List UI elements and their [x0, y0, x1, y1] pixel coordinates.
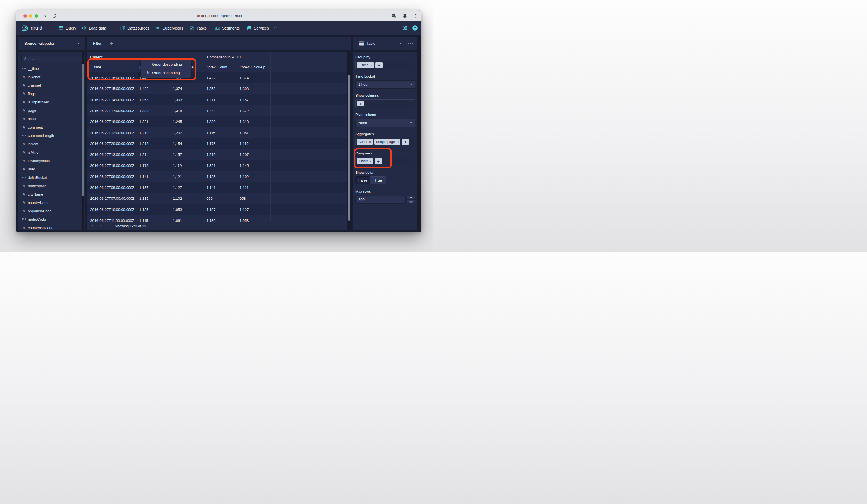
field-item-comment[interactable]: Acomment: [18, 123, 82, 131]
aggregates-tag-count[interactable]: Count×: [357, 139, 373, 145]
help-icon[interactable]: ?: [412, 25, 418, 31]
table-grid-line: [204, 52, 204, 222]
source-dropdown[interactable]: Source: wikipedia: [18, 37, 85, 50]
show-delta-false-button[interactable]: False: [355, 176, 371, 184]
remove-tag-icon[interactable]: ×: [397, 140, 399, 144]
cell-value: 1,137: [206, 204, 235, 215]
cell-value: 1,303: [240, 83, 269, 94]
add-filter-button[interactable]: +: [108, 40, 115, 47]
table-row[interactable]: 2016-06-27T14:00:00.000Z1,3531,3031,2111…: [87, 94, 347, 106]
table-row[interactable]: 2016-06-27T12:00:00.000Z1,2191,2071,1151…: [87, 127, 347, 139]
cell-value: 1,121: [240, 182, 269, 193]
table-row[interactable]: 2016-06-27T17:00:00.000Z1,3391,3181,4421…: [87, 105, 347, 117]
nav-item-query[interactable]: Query: [58, 21, 76, 35]
field-item-commentLength[interactable]: 123commentLength: [18, 131, 82, 140]
field-item-countryIsoCode[interactable]: AcountryIsoCode: [18, 224, 82, 230]
table-row[interactable]: 2016-06-27T08:00:00.000Z1,1411,1211,1351…: [87, 171, 347, 182]
stepper-down-button[interactable]: [407, 200, 415, 203]
aggregates-add-button[interactable]: +: [402, 139, 409, 145]
nav-more-button[interactable]: •••: [274, 21, 279, 35]
group-by-tag-__time[interactable]: __time×: [357, 62, 374, 68]
settings-gear-icon[interactable]: [403, 25, 408, 31]
show-columns-label: Show columns: [355, 93, 379, 97]
aggregates-tag-unique-page[interactable]: Unique page×: [374, 139, 400, 145]
field-item-label: isAnonymous: [28, 159, 50, 163]
field-item-metroCode[interactable]: 123metroCode: [18, 215, 82, 224]
table-row[interactable]: 2016-06-27T19:00:00.000Z1,1751,1191,3211…: [87, 160, 347, 171]
remove-tag-icon[interactable]: ×: [369, 140, 371, 144]
sidebar-scrollbar-thumb[interactable]: [82, 64, 84, 196]
cell-value: 1,372: [240, 105, 269, 116]
chevron-down-icon: [409, 199, 413, 203]
filter-label: Filter:: [93, 37, 103, 50]
nav-item-label: Query: [66, 26, 76, 31]
nav-item-segments[interactable]: Segments: [215, 21, 240, 35]
table-row[interactable]: 2016-06-27T11:00:00.000Z1,1151,0611,1351…: [87, 215, 347, 222]
menu-item-order-descending[interactable]: Order descending: [142, 60, 190, 68]
nav-item-label: Datasources: [127, 26, 149, 31]
max-rows-input[interactable]: [355, 195, 406, 204]
column-header-__time[interactable]: __time: [90, 62, 135, 72]
field-item-user[interactable]: Auser: [18, 165, 82, 173]
field-item-regionIsoCode[interactable]: AregionIsoCode: [18, 207, 82, 215]
field-item-deltaBucket[interactable]: 123deltaBucket: [18, 173, 82, 182]
compares-add-button[interactable]: +: [375, 158, 382, 164]
field-item-isNew[interactable]: AisNew: [18, 140, 82, 148]
column-header--prev-count[interactable]: #prev: Count: [206, 62, 235, 72]
cell-value: 1,157: [173, 149, 202, 160]
nav-item-datasources[interactable]: Datasources: [120, 21, 149, 35]
nav-item-load-data[interactable]: Load data: [82, 21, 106, 35]
extensions-puzzle-icon[interactable]: [403, 13, 407, 19]
field-item-__time[interactable]: __time: [18, 64, 82, 73]
table-row[interactable]: 2016-06-27T07:00:00.000Z1,1351,102969958: [87, 193, 347, 204]
druid-logo[interactable]: druid: [21, 21, 42, 35]
field-item-namespace[interactable]: Anamespace: [18, 182, 82, 190]
show-delta-true-button[interactable]: True: [371, 176, 386, 184]
nav-item-label: Supervisors: [162, 26, 183, 31]
table-row[interactable]: 2016-06-27T13:00:00.000Z1,2111,1571,2191…: [87, 149, 347, 160]
time-bucket-select[interactable]: 1 hour: [355, 81, 415, 88]
field-item-isUnpatrolled[interactable]: AisUnpatrolled: [18, 98, 82, 106]
field-item-isAnonymous[interactable]: AisAnonymous: [18, 157, 82, 165]
field-item-label: __time: [28, 66, 39, 71]
cell-value: 1,219: [139, 127, 169, 138]
table-row[interactable]: 2016-06-27T09:00:00.000Z1,1371,1271,1411…: [87, 182, 347, 193]
cell-value: 1,119: [240, 138, 269, 149]
search-input[interactable]: [21, 55, 83, 62]
remove-tag-icon[interactable]: ×: [370, 160, 372, 163]
show-columns-add-button[interactable]: +: [357, 101, 364, 106]
field-item-cityName[interactable]: AcityName: [18, 190, 82, 199]
column-header--prev-unique-p-[interactable]: #prev: Unique p...: [240, 62, 269, 72]
prev-page-button[interactable]: ‹: [88, 222, 96, 230]
field-item-isMinor[interactable]: AisMinor: [18, 148, 82, 157]
table-row[interactable]: 2016-06-27T16:00:00.000Z1,4421,3721,4221…: [87, 72, 347, 84]
compares-tag-1-hour[interactable]: 1 hour×: [357, 158, 373, 164]
string-type-icon: A: [22, 100, 26, 104]
nav-item-services[interactable]: Services: [247, 21, 269, 35]
table-scrollbar-thumb[interactable]: [348, 75, 350, 221]
nav-item-tasks[interactable]: Tasks: [190, 21, 207, 35]
next-page-button[interactable]: ›: [96, 222, 105, 230]
field-item-diffUrl[interactable]: AdiffUrl: [18, 115, 82, 123]
browser-menu-kebab-icon[interactable]: [413, 13, 418, 19]
cell-value: 1,422: [206, 72, 235, 83]
pivot-column-select[interactable]: None: [355, 119, 415, 127]
stepper-up-button[interactable]: [407, 195, 415, 200]
table-row[interactable]: 2016-06-27T18:00:00.000Z1,3211,2451,3391…: [87, 116, 347, 127]
menu-item-order-ascending[interactable]: Order ascending: [142, 68, 190, 77]
field-item-flags[interactable]: Aflags: [18, 89, 82, 98]
view-selector[interactable]: Table: [353, 37, 417, 50]
remove-tag-icon[interactable]: ×: [370, 63, 372, 67]
view-more-kebab-icon[interactable]: [408, 43, 413, 44]
group-by-add-button[interactable]: +: [375, 62, 383, 68]
cell-time: 2016-06-27T16:00:00.000Z: [90, 72, 135, 83]
table-row[interactable]: 2016-06-27T15:00:00.000Z1,4221,3741,3531…: [87, 83, 347, 94]
field-item-channel[interactable]: Achannel: [18, 81, 82, 89]
field-item-isRobot[interactable]: AisRobot: [18, 73, 82, 81]
nav-item-supervisors[interactable]: Supervisors: [156, 21, 183, 35]
translate-icon[interactable]: GA: [391, 13, 396, 19]
table-row[interactable]: 2016-06-27T10:00:00.000Z1,1351,0531,1371…: [87, 204, 347, 215]
field-item-page[interactable]: Apage: [18, 106, 82, 115]
field-item-countryName[interactable]: AcountryName: [18, 199, 82, 207]
table-row[interactable]: 2016-06-27T20:00:00.000Z1,2131,1541,1751…: [87, 138, 347, 149]
